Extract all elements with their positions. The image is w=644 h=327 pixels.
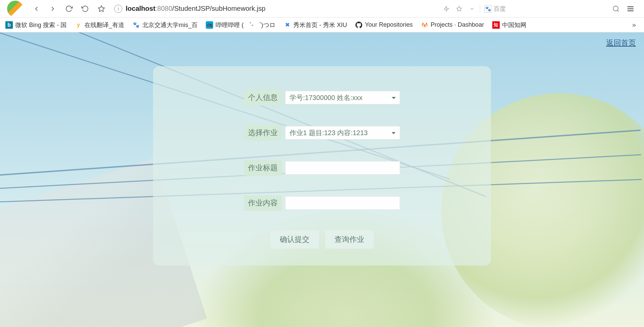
bookmark-bjtu[interactable]: 🐾 北京交通大学mis_百 [132,21,198,29]
bookmark-star-button[interactable] [95,2,108,16]
svg-marker-1 [444,6,449,11]
submit-button[interactable]: 确认提交 [270,230,319,249]
cnki-icon: 知 [492,21,500,29]
info-icon: i [114,5,122,13]
select-homework-label: 选择作业 [244,125,282,141]
page-logo [3,0,27,18]
reload-icon [65,5,73,12]
gitlab-icon [421,21,428,29]
row-homework-title: 作业标题 [173,160,471,176]
svg-marker-0 [98,5,104,11]
bookmark-bilibili[interactable]: 📺 哔哩哔哩 ( ゜- ゜)つロ [206,21,275,29]
row-select-homework: 选择作业 作业1 题目:123 内容:1213 [173,125,471,141]
url-port: :8080 [155,5,172,12]
bookmark-label: 中国知网 [502,21,526,29]
bookmark-label: 哔哩哔哩 ( ゜- ゜)つロ [216,21,275,29]
homework-content-input[interactable] [285,196,400,210]
chevron-left-icon [33,5,40,12]
row-personal-info: 个人信息 学号:17300000 姓名:xxx [173,90,471,105]
chevron-down-icon[interactable] [467,4,477,14]
button-row: 确认提交 查询作业 [173,230,471,249]
bookmarks-bar: b 微软 Bing 搜索 - 国 y 在线翻译_有道 🐾 北京交通大学mis_百… [0,18,644,32]
url-bar[interactable]: i localhost:8080/StudentJSP/subHomework.… [111,3,439,15]
youdao-icon: y [75,21,82,29]
menu-button[interactable] [624,2,637,16]
search-button[interactable] [611,4,621,14]
hamburger-icon [626,5,635,13]
bookmark-label: 微软 Bing 搜索 - 国 [15,21,67,29]
undo-icon [81,5,89,12]
bookmark-label: Your Repositories [365,21,413,28]
url-host: localhost [126,5,155,12]
logo-circle-icon [7,1,23,17]
bookmark-label: 秀米首页 - 秀米 XIU [293,21,347,29]
bookmark-xiumi[interactable]: ✖ 秀米首页 - 秀米 XIU [283,21,347,29]
bookmark-cnki[interactable]: 知 中国知网 [492,21,526,29]
browser-toolbar: i localhost:8080/StudentJSP/subHomework.… [0,0,644,18]
star-outline-icon[interactable] [454,4,464,14]
svg-point-3 [613,6,618,11]
chevron-right-icon [49,5,56,12]
star-icon [98,5,105,12]
bing-icon: b [5,21,13,29]
bookmark-gitlab[interactable]: Projects · Dashboar [421,21,484,29]
search-engine-label: 百度 [494,5,506,13]
homework-form-card: 个人信息 学号:17300000 姓名:xxx 选择作业 作业1 题目:123 … [153,66,491,266]
return-home-link[interactable]: 返回首页 [606,38,636,48]
search-engine-box[interactable]: 🐾 百度 [480,5,608,13]
homework-title-label: 作业标题 [244,160,282,176]
bookmark-youdao[interactable]: y 在线翻译_有道 [75,21,124,29]
homework-title-input[interactable] [285,161,400,175]
bookmark-label: 在线翻译_有道 [84,21,124,29]
personal-info-select[interactable]: 学号:17300000 姓名:xxx [285,91,400,104]
lightning-icon[interactable] [441,4,451,14]
page-content: 返回首页 个人信息 学号:17300000 姓名:xxx 选择作业 作业1 题目… [0,32,644,327]
homework-content-label: 作业内容 [244,195,282,211]
svg-marker-2 [457,6,462,11]
url-path: /StudentJSP/subHomework.jsp [172,5,266,12]
homework-select[interactable]: 作业1 题目:123 内容:1213 [285,126,400,140]
bookmark-label: 北京交通大学mis_百 [142,21,198,29]
github-icon [355,21,363,29]
toolbar-right: 🐾 百度 [441,2,641,16]
bookmark-bing[interactable]: b 微软 Bing 搜索 - 国 [5,21,67,29]
forward-button[interactable] [46,2,59,16]
bookmarks-more-button[interactable]: » [629,21,639,29]
query-button[interactable]: 查询作业 [325,230,374,249]
personal-info-label: 个人信息 [244,90,282,105]
back-button[interactable] [30,2,43,16]
undo-close-button[interactable] [78,2,92,16]
bookmark-label: Projects · Dashboar [431,21,484,28]
svg-line-4 [617,10,619,11]
reload-button[interactable] [62,2,76,16]
row-homework-content: 作业内容 [173,195,471,211]
bookmark-github[interactable]: Your Repositories [355,21,413,29]
xiumi-icon: ✖ [283,21,291,29]
bilibili-icon: 📺 [206,21,213,29]
baidu-paw-icon: 🐾 [484,5,492,12]
bjtu-icon: 🐾 [132,21,140,29]
